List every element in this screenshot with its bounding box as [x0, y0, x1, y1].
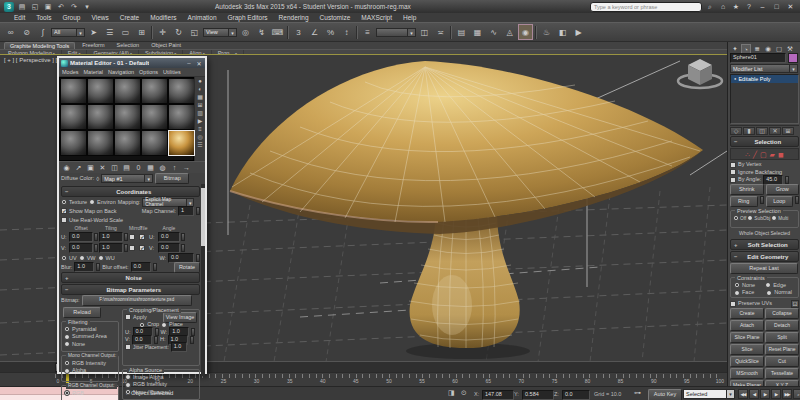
eyedropper-icon[interactable]: ◊ [96, 175, 99, 183]
chevron-down-icon[interactable]: ▾ [726, 390, 734, 398]
material-editor-titlebar[interactable]: Material Editor - 01 - Default – ✕ [59, 58, 205, 68]
ribbon-tab-selection[interactable]: Selection [112, 42, 145, 49]
environ-radio[interactable] [89, 199, 95, 205]
material-slot[interactable] [60, 78, 87, 104]
make-preview-icon[interactable]: ▶ [198, 117, 203, 125]
named-selection-dropdown[interactable]: ▾ [376, 28, 416, 37]
utilities-tab-icon[interactable]: ⚒ [785, 44, 795, 53]
preserve-uvs-checkbox[interactable] [730, 301, 736, 307]
display-tab-icon[interactable]: ▢ [774, 44, 784, 53]
jitter-placement-checkbox[interactable] [125, 344, 131, 350]
summed-area-radio[interactable] [64, 334, 70, 340]
material-slot[interactable] [141, 130, 168, 156]
reset-map-icon[interactable]: ✕ [97, 164, 108, 172]
edge-subobject-icon[interactable]: ╱ [753, 150, 757, 159]
selection-lock-icon[interactable]: ⊙ [461, 389, 467, 397]
preserve-uvs-settings-icon[interactable]: ⊡ [791, 300, 799, 308]
edit-geometry-button[interactable]: Reset Plane [765, 344, 799, 355]
menu-item[interactable]: Animation [188, 14, 217, 21]
uv-radio[interactable] [61, 255, 67, 261]
material-slot[interactable] [87, 78, 114, 104]
y-coordinate-field[interactable]: 0.584 [522, 390, 554, 400]
rectangular-region-icon[interactable]: ▭ [118, 24, 133, 40]
coordinates-rollout-header[interactable]: −Coordinates [61, 186, 200, 197]
ribbon-tab-object-paint[interactable]: Object Paint [146, 42, 186, 49]
material-slot[interactable] [87, 104, 114, 130]
infocenter-home-icon[interactable]: ⌂ [718, 3, 728, 10]
reference-coordinate-dropdown[interactable]: View ▾ [203, 28, 237, 37]
edit-geometry-button[interactable]: Create [730, 308, 764, 319]
material-editor-menu-item[interactable]: Navigation [108, 69, 134, 75]
material-slot[interactable] [114, 78, 141, 104]
material-slot[interactable] [60, 104, 87, 130]
select-and-move-icon[interactable]: ✛ [155, 24, 170, 40]
preview-subobj-radio[interactable] [747, 215, 753, 221]
spinner-snap-icon[interactable]: ↕ [339, 24, 354, 40]
edit-geometry-button[interactable]: Detach [765, 320, 799, 331]
menu-item[interactable]: Graph Editors [228, 14, 268, 21]
use-real-world-scale-checkbox[interactable] [61, 217, 67, 223]
spinner[interactable] [196, 207, 200, 215]
border-subobject-icon[interactable]: ▢ [760, 150, 767, 159]
spinner[interactable] [154, 336, 158, 344]
next-frame-icon[interactable]: ▶ [771, 389, 781, 399]
align-icon[interactable]: ≍ [433, 24, 448, 40]
spinner[interactable] [196, 254, 200, 262]
chevron-down-icon[interactable]: ▾ [789, 65, 797, 72]
go-to-parent-icon[interactable]: ↑ [169, 164, 180, 171]
map-type-button[interactable]: Bitmap [155, 173, 189, 184]
make-unique-icon[interactable]: ◫ [756, 127, 768, 135]
u-offset-field[interactable]: 0.0 [69, 232, 93, 242]
auto-key-button[interactable]: Auto Key [648, 389, 682, 400]
material-slot[interactable] [141, 104, 168, 130]
assign-to-selection-icon[interactable]: ▣ [85, 164, 96, 172]
edit-geometry-button[interactable]: Tessellate [765, 368, 799, 379]
layer-manager-icon[interactable]: ▤ [454, 24, 469, 40]
object-name-field[interactable]: Sphere01 [730, 53, 786, 63]
constraint-none-radio[interactable] [734, 282, 740, 288]
menu-item[interactable]: Customize [320, 14, 351, 21]
edit-geometry-button[interactable]: Split [765, 332, 799, 343]
v-offset-field[interactable]: 0.0 [69, 243, 93, 253]
undo-icon[interactable]: ↶ [56, 3, 66, 11]
material-editor-menu-item[interactable]: Material [84, 69, 104, 75]
open-file-icon[interactable]: ◱ [30, 3, 40, 11]
u-tile-checkbox[interactable] [139, 234, 145, 240]
use-pivot-center-icon[interactable]: ◎ [238, 24, 253, 40]
material-editor-menu-item[interactable]: Options [139, 69, 158, 75]
v-tiling-field[interactable]: 1.0 [99, 243, 123, 253]
bitmap-path-button[interactable]: F:\mushrooms\mushroomtexture.psd [82, 295, 192, 306]
spinner[interactable] [124, 244, 128, 252]
chevron-down-icon[interactable]: ▾ [186, 199, 193, 206]
by-vertex-checkbox[interactable] [730, 162, 736, 168]
visibility-icon[interactable]: ● [734, 75, 736, 83]
v-tile-checkbox[interactable] [139, 245, 145, 251]
app-logo-icon[interactable]: 3 [4, 2, 14, 12]
viewcube[interactable] [678, 59, 722, 88]
options-icon[interactable]: ≡ [198, 125, 202, 133]
by-angle-field[interactable]: 45.0 [763, 175, 783, 185]
bitmap-parameters-rollout-header[interactable]: −Bitmap Parameters [61, 284, 200, 295]
chevron-down-icon[interactable]: ▾ [228, 29, 236, 36]
material-slot[interactable] [87, 130, 114, 156]
ring-button[interactable]: Ring [730, 196, 758, 207]
show-end-result-icon[interactable]: ◍ [157, 164, 168, 172]
bind-spacewarp-icon[interactable]: ∫ [35, 24, 50, 40]
preview-off-radio[interactable] [733, 215, 739, 221]
keyboard-shortcut-override-icon[interactable]: ⌨ [270, 24, 285, 40]
u-angle-field[interactable]: 0.0 [158, 232, 180, 242]
spinner[interactable] [181, 244, 185, 252]
wu-radio[interactable] [98, 255, 104, 261]
filtering-none-radio[interactable] [64, 341, 70, 347]
menu-item[interactable]: Create [120, 14, 140, 21]
jitter-field[interactable]: 1.0 [171, 342, 187, 352]
go-to-end-icon[interactable]: ▶▶ [782, 389, 792, 399]
menu-item[interactable]: Views [91, 14, 108, 21]
save-file-icon[interactable]: ▣ [43, 3, 53, 11]
ribbon-tab-graphite-modeling[interactable]: Graphite Modeling Tools [4, 42, 75, 49]
menu-item[interactable]: MAXScript [361, 14, 392, 21]
shrink-button[interactable]: Shrink [730, 184, 764, 195]
modifier-stack[interactable]: ● Editable Poly [730, 74, 799, 124]
material-slot[interactable] [114, 104, 141, 130]
menu-item[interactable]: Edit [14, 14, 25, 21]
